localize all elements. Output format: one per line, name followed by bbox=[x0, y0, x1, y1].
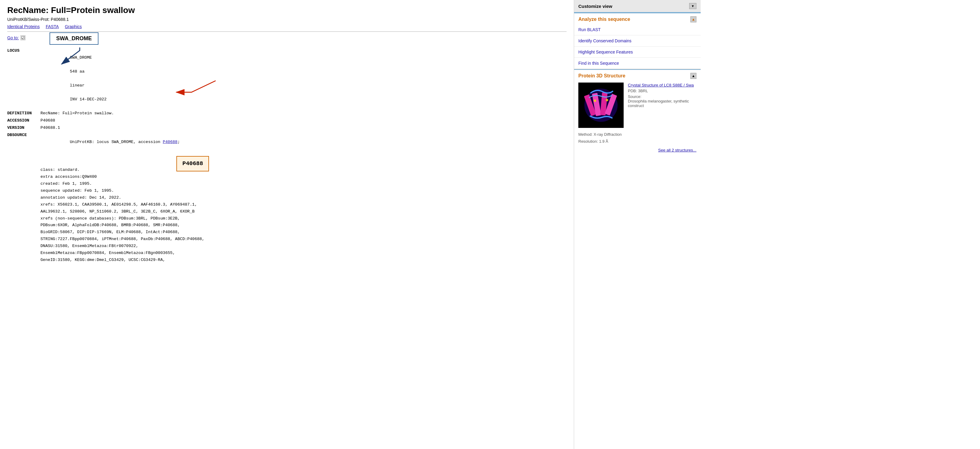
definition-row: DEFINITION RecName: Full=Protein swallow… bbox=[7, 110, 566, 117]
protein3d-content: Crystal Structure of LC8 S88E / Swa PDB:… bbox=[574, 81, 701, 132]
version-label: VERSION bbox=[7, 125, 40, 131]
highlight-features-link[interactable]: Highlight Sequence Features bbox=[574, 46, 701, 58]
structure-link[interactable]: Crystal Structure of LC8 S88E / Swa bbox=[628, 83, 694, 87]
locus-name: SWA_DROME bbox=[70, 55, 92, 60]
protein3d-title: Protein 3D Structure bbox=[578, 73, 625, 78]
locus-row: LOCUS SWA_DROME 548 aa linear INV 14-DEC… bbox=[7, 48, 566, 110]
locus-value: SWA_DROME 548 aa linear INV 14-DEC-2022 bbox=[40, 48, 566, 110]
dbsource-row: DBSOURCE UniProtKB: locus SWA_DROME, acc… bbox=[7, 132, 566, 278]
definition-value: RecName: Full=Protein swallow. bbox=[40, 110, 566, 117]
goto-checkbox[interactable]: ☑ bbox=[21, 35, 25, 40]
protein-structure-image[interactable] bbox=[578, 83, 624, 128]
locus-type: linear bbox=[70, 83, 84, 88]
see-all-structures-link[interactable]: See all 2 structures... bbox=[574, 146, 701, 157]
main-content: RecName: Full=Protein swallow UniProtKB/… bbox=[0, 0, 574, 449]
definition-label: DEFINITION bbox=[7, 110, 40, 117]
dbsource-label: DBSOURCE bbox=[7, 132, 40, 139]
record-table: LOCUS SWA_DROME 548 aa linear INV 14-DEC… bbox=[7, 48, 566, 278]
dbsource-line1: UniProtKB: locus SWA_DROME, accession bbox=[70, 140, 163, 144]
sidebar: Customize view ▼ Analyze this sequence ▲… bbox=[574, 0, 701, 449]
accession-value: P40688 bbox=[40, 117, 566, 124]
nav-links: Identical Proteins FASTA Graphics bbox=[7, 24, 566, 29]
run-blast-link[interactable]: Run BLAST bbox=[574, 24, 701, 35]
uniprot-id: UniProtKB/Swiss-Prot: P40688.1 bbox=[7, 17, 566, 22]
protein-svg bbox=[578, 83, 624, 128]
protein-method: Method: X-ray Diffraction bbox=[574, 132, 701, 139]
protein-resolution: Resolution: 1.9 Å bbox=[574, 139, 701, 146]
source-info: Source: Drosophila melanogaster, synthet… bbox=[628, 94, 697, 108]
graphics-link[interactable]: Graphics bbox=[65, 24, 82, 29]
protein-info: Crystal Structure of LC8 S88E / Swa PDB:… bbox=[628, 83, 697, 108]
customize-dropdown-button[interactable]: ▼ bbox=[689, 3, 697, 9]
find-sequence-link[interactable]: Find in this Sequence bbox=[574, 58, 701, 69]
svg-point-9 bbox=[606, 99, 608, 101]
locus-size: 548 aa bbox=[70, 69, 84, 74]
analyze-section: Analyze this sequence ▲ Run BLAST Identi… bbox=[574, 13, 701, 69]
dbsource-rest: class: standard.extra accessions:Q9W400c… bbox=[40, 166, 566, 264]
p40688-link[interactable]: P40688 bbox=[163, 140, 178, 144]
p40688-callout-box: P40688 bbox=[177, 156, 209, 171]
protein3d-toggle-button[interactable]: ▲ bbox=[690, 73, 697, 79]
analyze-header: Analyze this sequence ▲ bbox=[574, 13, 701, 24]
accession-row: ACCESSION P40688 bbox=[7, 117, 566, 124]
pdb-id: PDB: 3BRL bbox=[628, 89, 697, 93]
identify-domains-link[interactable]: Identify Conserved Domains bbox=[574, 35, 701, 46]
goto-label[interactable]: Go to: bbox=[7, 35, 19, 40]
version-row: VERSION P40688.1 bbox=[7, 125, 566, 131]
identical-proteins-link[interactable]: Identical Proteins bbox=[7, 24, 40, 29]
svg-point-8 bbox=[594, 99, 596, 102]
accession-label: ACCESSION bbox=[7, 117, 40, 124]
page-title: RecName: Full=Protein swallow bbox=[7, 5, 566, 15]
swa-callout-box: SWA_DROME bbox=[49, 32, 99, 45]
protein3d-section: Protein 3D Structure ▲ bbox=[574, 70, 701, 157]
version-value: P40688.1 bbox=[40, 125, 566, 131]
customize-view-label: Customize view bbox=[578, 4, 612, 9]
page-layout: RecName: Full=Protein swallow UniProtKB/… bbox=[0, 0, 980, 449]
fasta-link[interactable]: FASTA bbox=[46, 24, 59, 29]
customize-view-header: Customize view ▼ bbox=[574, 0, 701, 13]
locus-date: INV 14-DEC-2022 bbox=[70, 97, 107, 102]
protein3d-header: Protein 3D Structure ▲ bbox=[574, 70, 701, 81]
locus-block: LOCUS SWA_DROME 548 aa linear INV 14-DEC… bbox=[7, 48, 566, 278]
analyze-title-text: Analyze this sequence bbox=[578, 17, 630, 22]
locus-label: LOCUS bbox=[7, 48, 40, 54]
dbsource-value: UniProtKB: locus SWA_DROME, accession P4… bbox=[40, 132, 566, 278]
goto-row: Go to: ☑ SWA_DROME bbox=[7, 35, 566, 40]
analyze-title-row: Analyze this sequence ▲ bbox=[578, 16, 697, 22]
analyze-toggle-button[interactable]: ▲ bbox=[690, 16, 697, 22]
